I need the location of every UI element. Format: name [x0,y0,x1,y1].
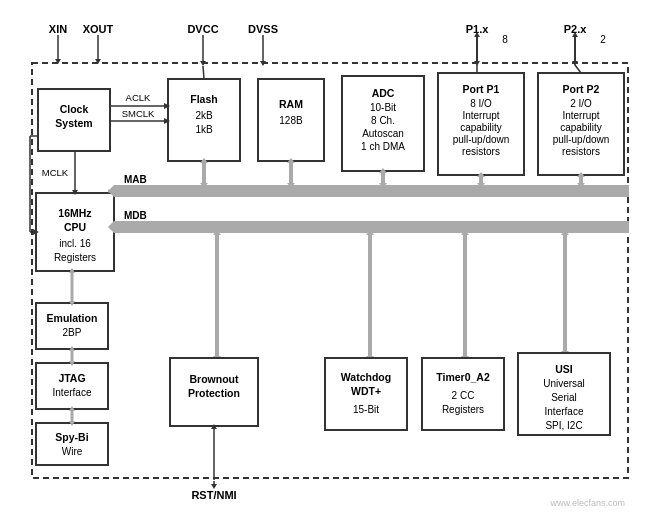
svg-text:XOUT: XOUT [83,23,114,35]
svg-marker-87 [287,158,295,163]
svg-text:DVSS: DVSS [248,23,278,35]
diagram-wrapper: XIN XOUT DVCC DVSS P1.x 8 P2.x 2 [20,21,640,511]
svg-text:XIN: XIN [49,23,67,35]
svg-text:Universal: Universal [543,378,585,389]
svg-text:2: 2 [600,34,606,45]
svg-text:Port P1: Port P1 [463,83,500,95]
svg-rect-139 [422,358,504,430]
svg-text:2kB: 2kB [195,110,213,121]
svg-text:System: System [55,117,92,129]
svg-marker-21 [572,61,578,66]
svg-marker-81 [108,221,114,233]
svg-rect-118 [36,423,108,465]
svg-marker-98 [213,356,221,361]
svg-rect-0 [32,63,628,478]
svg-marker-92 [477,183,485,188]
svg-marker-134 [211,484,217,489]
svg-text:capability: capability [560,122,602,133]
svg-marker-114 [69,268,75,273]
svg-text:Interface: Interface [545,406,584,417]
svg-marker-108 [561,230,569,235]
svg-text:Interface: Interface [53,387,92,398]
svg-text:RST/NMI: RST/NMI [191,489,236,501]
svg-marker-123 [69,346,75,351]
svg-text:128B: 128B [279,115,303,126]
svg-marker-101 [366,356,374,361]
svg-rect-115 [36,363,108,409]
svg-text:capability: capability [460,122,502,133]
svg-marker-12 [95,59,101,64]
svg-text:Registers: Registers [54,252,96,263]
svg-line-55 [575,65,581,73]
svg-marker-99 [213,230,221,235]
svg-marker-107 [561,351,569,356]
svg-text:MCLK: MCLK [42,167,69,178]
svg-marker-84 [200,158,208,163]
svg-text:Watchdog: Watchdog [341,371,391,383]
svg-marker-16 [260,61,266,66]
svg-text:1kB: 1kB [195,124,213,135]
svg-marker-62 [164,103,170,109]
svg-rect-47 [538,73,624,175]
svg-rect-143 [518,353,610,435]
svg-marker-68 [72,190,78,195]
svg-text:16MHz: 16MHz [58,207,91,219]
svg-rect-34 [342,76,424,171]
svg-marker-113 [69,301,75,306]
page-container: XIN XOUT DVCC DVSS P1.x 8 P2.x 2 [0,0,660,531]
svg-text:JTAG: JTAG [58,372,85,384]
svg-line-30 [203,66,204,79]
svg-text:ACLK: ACLK [126,92,151,103]
svg-text:CPU: CPU [64,221,86,233]
svg-marker-104 [461,356,469,361]
svg-marker-93 [477,172,485,177]
svg-text:WDT+: WDT+ [351,385,381,397]
svg-rect-135 [325,358,407,430]
svg-text:pull-up/down: pull-up/down [453,134,510,145]
svg-text:Brownout: Brownout [190,373,239,385]
svg-text:Serial: Serial [551,392,577,403]
svg-text:Flash: Flash [190,93,217,105]
svg-marker-65 [164,118,170,124]
svg-text:Wire: Wire [62,446,83,457]
svg-text:Interrupt: Interrupt [462,110,499,121]
svg-text:2 I/O: 2 I/O [570,98,592,109]
svg-text:Clock: Clock [60,103,89,115]
svg-marker-76 [108,185,114,197]
svg-text:8: 8 [502,34,508,45]
svg-text:RAM: RAM [279,98,303,110]
svg-text:ADC: ADC [372,87,395,99]
svg-text:MAB: MAB [124,174,147,185]
svg-text:resistors: resistors [462,146,500,157]
svg-text:2BP: 2BP [63,327,82,338]
svg-marker-83 [200,183,208,188]
svg-marker-122 [69,361,75,366]
svg-text:MDB: MDB [124,210,147,221]
svg-text:Autoscan: Autoscan [362,128,404,139]
svg-marker-14 [200,61,206,66]
svg-marker-19 [474,32,480,37]
svg-marker-105 [461,230,469,235]
svg-text:15-Bit: 15-Bit [353,404,379,415]
svg-marker-73 [33,229,39,235]
svg-marker-90 [379,168,387,173]
svg-marker-89 [379,183,387,188]
svg-text:SMCLK: SMCLK [122,108,155,119]
svg-marker-86 [287,183,295,188]
svg-text:USI: USI [555,363,573,375]
svg-text:SPI, I2C: SPI, I2C [545,420,582,431]
svg-text:www.elecfans.com: www.elecfans.com [549,498,625,508]
svg-rect-74 [114,185,629,197]
svg-text:Registers: Registers [442,404,484,415]
svg-text:Emulation: Emulation [47,312,98,324]
svg-text:incl. 16: incl. 16 [59,238,91,249]
svg-rect-79 [114,221,629,233]
svg-text:8 Ch.: 8 Ch. [371,115,395,126]
svg-marker-125 [69,421,75,426]
svg-text:Protection: Protection [188,387,240,399]
svg-text:1 ch DMA: 1 ch DMA [361,141,405,152]
svg-text:Port P2: Port P2 [563,83,600,95]
svg-marker-126 [69,406,75,411]
svg-rect-127 [170,358,258,426]
svg-marker-10 [55,59,61,64]
